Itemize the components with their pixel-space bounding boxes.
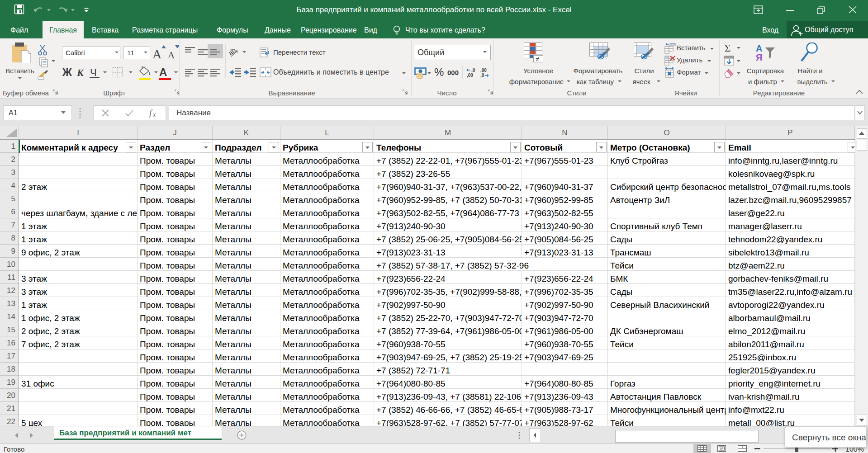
svg-text:А: А	[159, 66, 167, 78]
svg-text:x: x	[152, 111, 156, 118]
svg-text:Я: Я	[756, 52, 762, 61]
svg-text:,0: ,0	[480, 73, 484, 78]
svg-text:А: А	[756, 43, 762, 53]
svg-text:Ч: Ч	[90, 67, 97, 78]
svg-text:К: К	[76, 67, 84, 78]
svg-text:A: A	[168, 50, 175, 59]
svg-text:≠: ≠	[536, 55, 539, 62]
svg-text:,0: ,0	[471, 68, 475, 73]
svg-text:Ж: Ж	[62, 66, 72, 78]
svg-text:,00: ,00	[467, 73, 473, 78]
svg-text:A: A	[152, 47, 162, 59]
svg-text:f: f	[149, 108, 153, 118]
svg-text:Σ: Σ	[725, 42, 730, 53]
svg-text:%: %	[434, 66, 444, 78]
svg-text:000: 000	[447, 69, 459, 76]
svg-text:,00: ,00	[480, 68, 487, 73]
